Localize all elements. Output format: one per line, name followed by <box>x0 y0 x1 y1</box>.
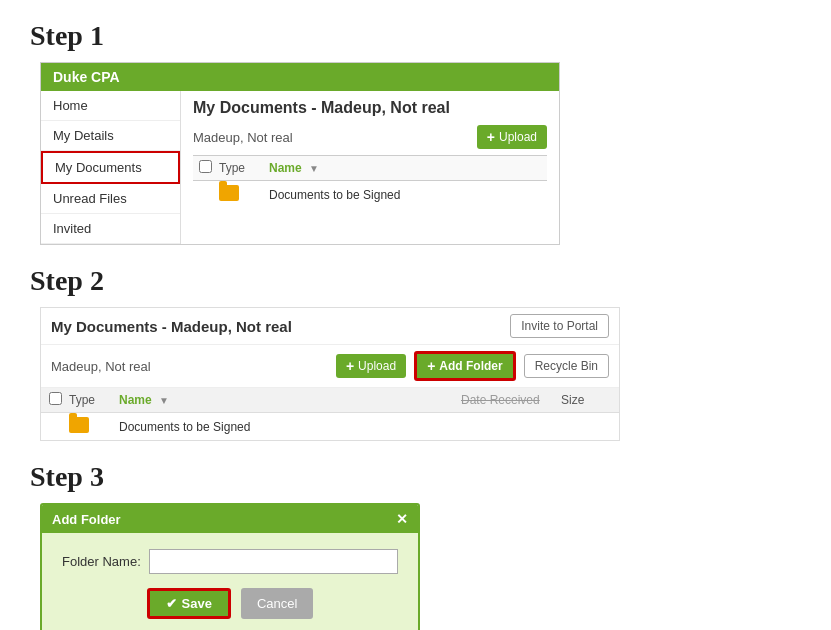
step1-main-content: My Documents - Madeup, Not real Madeup, … <box>181 91 559 244</box>
step2-title: My Documents - Madeup, Not real <box>51 318 292 335</box>
step2-toolbar: Madeup, Not real + Upload + Add Folder R… <box>41 345 619 388</box>
step1-main-title: My Documents - Madeup, Not real <box>193 99 547 117</box>
step2-container: My Documents - Madeup, Not real Invite t… <box>40 307 620 441</box>
step2-folder-icon <box>69 417 89 433</box>
dialog-header: Add Folder ✕ <box>42 505 418 533</box>
step3-heading: Step 3 <box>30 461 801 493</box>
dialog-title: Add Folder <box>52 512 121 527</box>
add-folder-dialog: Add Folder ✕ Folder Name: ✔ Save Cancel <box>40 503 420 630</box>
checkmark-icon: ✔ <box>166 596 177 611</box>
step2-col-date-header: Date Received <box>461 393 561 407</box>
sidebar-item-my-documents[interactable]: My Documents <box>41 151 180 184</box>
step2-breadcrumb: Madeup, Not real <box>51 359 328 374</box>
step1-table-header: Type Name ▼ <box>193 155 547 181</box>
dialog-body: Folder Name: ✔ Save Cancel <box>42 533 418 630</box>
step2-select-all-checkbox[interactable] <box>49 392 62 405</box>
table-row: Documents to be Signed <box>193 181 547 208</box>
sidebar-item-unread-files[interactable]: Unread Files <box>41 184 180 214</box>
portal-body: Home My Details My Documents Unread File… <box>41 91 559 244</box>
plus-icon: + <box>487 129 495 145</box>
sidebar-item-invited[interactable]: Invited <box>41 214 180 244</box>
step1-upload-button[interactable]: + Upload <box>477 125 547 149</box>
cancel-button[interactable]: Cancel <box>241 588 313 619</box>
portal-header: Duke CPA <box>41 63 559 91</box>
step2-block: Step 2 My Documents - Madeup, Not real I… <box>30 265 801 441</box>
step2-col-check <box>49 392 69 408</box>
row-name: Documents to be Signed <box>269 188 541 202</box>
upload-plus-icon: + <box>346 358 354 374</box>
name-dropdown-arrow: ▼ <box>309 163 319 174</box>
step2-table-row: Documents to be Signed <box>41 413 619 440</box>
col-name-header: Name ▼ <box>269 161 541 175</box>
step2-upload-button[interactable]: + Upload <box>336 354 406 378</box>
step2-heading: Step 2 <box>30 265 801 297</box>
folder-name-input[interactable] <box>149 549 398 574</box>
folder-icon <box>219 185 239 201</box>
sidebar: Home My Details My Documents Unread File… <box>41 91 181 244</box>
step2-row-name: Documents to be Signed <box>119 420 611 434</box>
step2-top: My Documents - Madeup, Not real Invite t… <box>41 308 619 345</box>
step2-name-dropdown-arrow: ▼ <box>159 395 169 406</box>
step1-breadcrumb: Madeup, Not real <box>193 130 477 145</box>
step3-block: Step 3 Add Folder ✕ Folder Name: ✔ Save … <box>30 461 801 630</box>
invite-to-portal-button[interactable]: Invite to Portal <box>510 314 609 338</box>
sidebar-item-home[interactable]: Home <box>41 91 180 121</box>
dialog-close-button[interactable]: ✕ <box>396 511 408 527</box>
step1-block: Step 1 Duke CPA Home My Details My Docum… <box>30 20 801 245</box>
step2-table-header: Type Name ▼ Date Received Size <box>41 388 619 413</box>
folder-name-label: Folder Name: <box>62 554 141 569</box>
step2-row-type <box>69 417 119 436</box>
save-button[interactable]: ✔ Save <box>147 588 231 619</box>
col-check <box>199 160 219 176</box>
step2-col-name-header: Name ▼ <box>119 393 461 407</box>
step1-heading: Step 1 <box>30 20 801 52</box>
folder-name-field: Folder Name: <box>62 549 398 574</box>
col-type-header: Type <box>219 161 269 175</box>
add-folder-button[interactable]: + Add Folder <box>414 351 516 381</box>
step2-col-size-header: Size <box>561 393 611 407</box>
save-label: Save <box>182 596 212 611</box>
upload-label: Upload <box>499 130 537 144</box>
step1-breadcrumb-bar: Madeup, Not real + Upload <box>193 125 547 149</box>
select-all-checkbox[interactable] <box>199 160 212 173</box>
row-type <box>219 185 269 204</box>
step1-portal: Duke CPA Home My Details My Documents Un… <box>40 62 560 245</box>
sidebar-item-my-details[interactable]: My Details <box>41 121 180 151</box>
dialog-buttons: ✔ Save Cancel <box>62 588 398 619</box>
upload-btn-label: Upload <box>358 359 396 373</box>
recycle-bin-button[interactable]: Recycle Bin <box>524 354 609 378</box>
add-folder-label: Add Folder <box>439 359 502 373</box>
add-folder-plus-icon: + <box>427 358 435 374</box>
step2-col-type-header: Type <box>69 393 119 407</box>
